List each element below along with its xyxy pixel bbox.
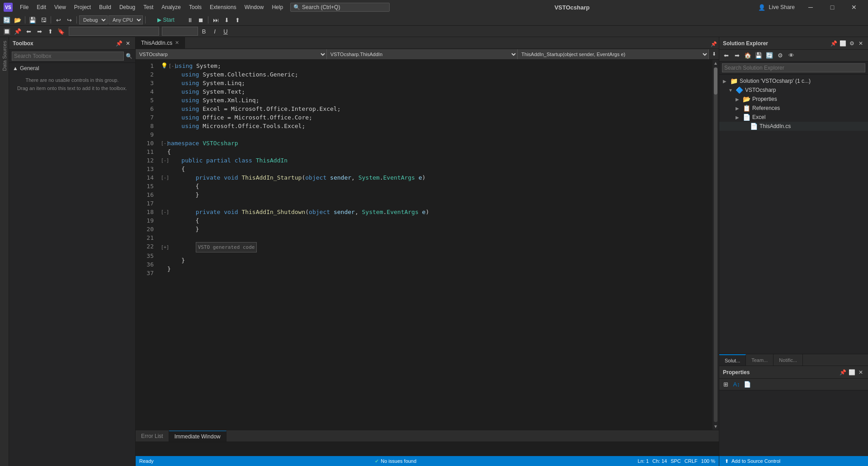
se-pin-btn[interactable]: 📌 bbox=[830, 40, 837, 47]
menu-build[interactable]: Build bbox=[95, 2, 115, 12]
maximize-button[interactable]: □ bbox=[822, 0, 843, 14]
menu-test[interactable]: Test bbox=[140, 2, 157, 12]
open-btn[interactable]: 📂 bbox=[13, 15, 23, 24]
ch-text: Ch: 14 bbox=[652, 458, 667, 464]
prop-alpha-btn[interactable]: A↕ bbox=[732, 380, 741, 389]
excel-icon: 📄 bbox=[743, 114, 750, 121]
se-tab-notif[interactable]: Notific... bbox=[774, 354, 803, 366]
code-editor[interactable]: 1 2 3 4 5 6 7 8 9 10 11 12 13 14 15 16 1… bbox=[136, 60, 719, 430]
debug-config-dropdown[interactable]: Debug bbox=[79, 15, 108, 24]
undo-btn[interactable]: ↩ bbox=[53, 15, 63, 24]
thisaddin-icon: 📄 bbox=[750, 123, 758, 130]
tree-vstocsharp[interactable]: ▼ 🔷 VSTOcsharp bbox=[719, 86, 868, 95]
menu-view[interactable]: View bbox=[51, 2, 70, 12]
pause-btn[interactable]: ⏸ bbox=[185, 15, 195, 24]
toolbar2-btn9[interactable]: U bbox=[221, 27, 231, 36]
se-back-btn[interactable]: ⬅ bbox=[721, 51, 731, 60]
code-content[interactable]: 💡 [-] using System; using System.Collect… bbox=[157, 60, 712, 430]
code-line-18: [-] private void ThisAddIn_Shutdown(obje… bbox=[161, 208, 709, 216]
tree-references[interactable]: ▶ 📋 References bbox=[719, 104, 868, 113]
prop-categorized-btn[interactable]: ⊞ bbox=[721, 380, 730, 389]
toolbox-pin-btn[interactable]: 📌 bbox=[115, 40, 123, 47]
sep3 bbox=[76, 16, 77, 24]
se-preview-btn[interactable]: 👁 bbox=[786, 51, 796, 60]
prop-pages-btn[interactable]: 📄 bbox=[743, 380, 752, 389]
namespace-dropdown[interactable]: VSTOcsharp bbox=[136, 49, 327, 59]
editor-scrollbar[interactable]: ▲ ▼ bbox=[712, 60, 719, 430]
tree-properties[interactable]: ▶ 📂 Properties bbox=[719, 95, 868, 104]
platform-dropdown[interactable]: Any CPU bbox=[108, 15, 143, 24]
toolbar2-btn5[interactable]: ⬆ bbox=[45, 27, 55, 36]
side-tab-data[interactable]: Data Sources bbox=[1, 37, 8, 75]
menu-analyze[interactable]: Analyze bbox=[158, 2, 184, 12]
save-btn[interactable]: 💾 bbox=[28, 15, 38, 24]
tab-pin-btn[interactable]: 📌 bbox=[709, 39, 719, 48]
method-dropdown[interactable]: ThisAddIn_Startup(object sender, EventAr… bbox=[518, 49, 709, 59]
menu-debug[interactable]: Debug bbox=[116, 2, 139, 12]
stop-btn[interactable]: ⏹ bbox=[196, 15, 206, 24]
prop-expand-btn[interactable]: ⬜ bbox=[848, 369, 855, 376]
scroll-down[interactable]: ▼ bbox=[712, 423, 719, 430]
toolbar2-btn4[interactable]: ➡ bbox=[34, 27, 44, 36]
menu-tools[interactable]: Tools bbox=[185, 2, 205, 12]
prop-pin-btn[interactable]: 📌 bbox=[839, 369, 846, 376]
code-line-17 bbox=[161, 199, 709, 208]
se-expand-btn[interactable]: ⬜ bbox=[839, 40, 846, 47]
menu-help[interactable]: Help bbox=[268, 2, 287, 12]
toolbar2-btn6[interactable]: 🔖 bbox=[56, 27, 66, 36]
menu-window[interactable]: Window bbox=[241, 2, 268, 12]
prop-close-btn[interactable]: ✕ bbox=[857, 369, 864, 376]
tab-error-list[interactable]: Error List bbox=[136, 431, 169, 442]
toolbar2-btn7[interactable]: B bbox=[199, 27, 209, 36]
new-project-btn[interactable]: 🔄 bbox=[2, 15, 12, 24]
toolbar2-btn2[interactable]: 📌 bbox=[13, 27, 23, 36]
se-tab-team[interactable]: Team... bbox=[746, 354, 774, 366]
step-into-btn[interactable]: ⬇ bbox=[222, 15, 231, 24]
group-expand-icon: ▲ bbox=[13, 65, 18, 71]
live-share[interactable]: 👤 Live Share bbox=[755, 2, 798, 13]
scroll-thumb[interactable] bbox=[714, 67, 717, 95]
menu-extensions[interactable]: Extensions bbox=[206, 2, 240, 12]
se-save-btn[interactable]: 💾 bbox=[754, 51, 764, 60]
tab-thisaddin-close[interactable]: ✕ bbox=[175, 40, 179, 46]
redo-btn[interactable]: ↪ bbox=[64, 15, 74, 24]
se-tab-solution[interactable]: Solut... bbox=[719, 354, 746, 366]
se-refresh-btn[interactable]: 🔄 bbox=[764, 51, 774, 60]
se-search-input[interactable] bbox=[722, 63, 865, 72]
toolbox-search-input[interactable] bbox=[12, 52, 124, 61]
toolbar2-btn3[interactable]: ⬅ bbox=[24, 27, 33, 36]
tree-excel[interactable]: ▶ 📄 Excel bbox=[719, 113, 868, 122]
nav-expand-btn[interactable]: ⬇ bbox=[709, 50, 719, 59]
toolbar-secondary: 🔲 📌 ⬅ ➡ ⬆ 🔖 B I U bbox=[0, 26, 868, 37]
toolbox-group-header[interactable]: ▲ General bbox=[9, 64, 135, 73]
no-issues-text: No issues found bbox=[381, 458, 416, 464]
toolbar2-btn8[interactable]: I bbox=[210, 27, 220, 36]
toolbar2-btn1[interactable]: 🔲 bbox=[2, 27, 12, 36]
se-settings2-btn[interactable]: ⚙ bbox=[775, 51, 785, 60]
zoom-status[interactable]: 100 % bbox=[701, 458, 715, 464]
global-search-box[interactable]: 🔍 Search (Ctrl+Q) bbox=[290, 3, 390, 12]
step-over-btn[interactable]: ⏭ bbox=[211, 15, 221, 24]
scroll-up[interactable]: ▲ bbox=[712, 60, 719, 67]
tree-solution[interactable]: ▶ 📁 Solution 'VSTOcsharp' (1 c...) bbox=[719, 76, 868, 86]
menu-file[interactable]: File bbox=[16, 2, 32, 12]
properties-panel: Properties 📌 ⬜ ✕ ⊞ A↕ 📄 bbox=[719, 366, 868, 456]
start-btn[interactable]: ▶ Start bbox=[148, 15, 184, 24]
save-all-btn[interactable]: 🖫 bbox=[38, 15, 48, 24]
close-button[interactable]: ✕ bbox=[844, 0, 864, 14]
se-close-btn[interactable]: ✕ bbox=[857, 40, 864, 47]
se-home-btn[interactable]: 🏠 bbox=[743, 51, 753, 60]
tab-immediate-window[interactable]: Immediate Window bbox=[169, 431, 226, 442]
se-settings-btn[interactable]: ⚙ bbox=[848, 40, 855, 47]
toolbox-close-btn[interactable]: ✕ bbox=[124, 40, 132, 47]
scroll-track[interactable] bbox=[714, 67, 717, 422]
class-dropdown[interactable]: VSTOcsharp.ThisAddIn bbox=[327, 49, 518, 59]
minimize-button[interactable]: ─ bbox=[800, 0, 821, 14]
menu-project[interactable]: Project bbox=[71, 2, 94, 12]
tab-thisaddin[interactable]: ThisAddIn.cs ✕ bbox=[136, 37, 185, 48]
step-out-btn[interactable]: ⬆ bbox=[232, 15, 242, 24]
tree-thisaddin[interactable]: 📄 ThisAddIn.cs bbox=[719, 122, 868, 131]
menu-edit[interactable]: Edit bbox=[33, 2, 50, 12]
add-source-control-bar[interactable]: ⬆ Add to Source Control bbox=[719, 456, 868, 466]
se-forward-btn[interactable]: ➡ bbox=[732, 51, 742, 60]
